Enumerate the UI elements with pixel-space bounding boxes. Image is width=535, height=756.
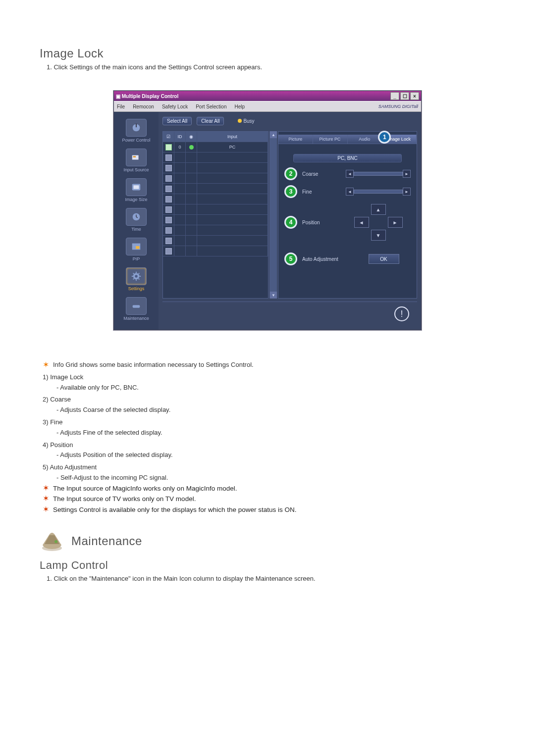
cell-id: 0 [174, 142, 186, 152]
svg-point-10 [135, 275, 138, 278]
table-row[interactable]: 0 PC [163, 142, 268, 152]
scroll-up-icon[interactable]: ▲ [270, 131, 277, 138]
close-icon[interactable]: × [410, 92, 419, 100]
menu-safety-lock[interactable]: Safety Lock [162, 104, 188, 109]
scrollbar[interactable]: ▲ ▼ [269, 131, 277, 299]
arrow-right-icon[interactable]: ► [403, 170, 411, 178]
sidebar-item-image-size[interactable]: Image Size [114, 175, 159, 205]
list-item: 2) Coarse [43, 395, 495, 405]
warning-icon: ! [394, 306, 409, 321]
position-left-icon[interactable]: ◄ [354, 217, 369, 228]
arrow-left-icon[interactable]: ◄ [346, 170, 354, 178]
maximize-icon[interactable]: ☐ [400, 92, 409, 100]
checkbox-icon[interactable] [165, 248, 172, 254]
star-icon: ✶ [43, 360, 49, 369]
menubar: File Remocon Safety Lock Port Selection … [114, 101, 421, 112]
col-input: Input [197, 132, 268, 142]
titlebar: ▣ Multiple Display Control _ ☐ × [114, 91, 421, 101]
sidebar-item-settings[interactable]: Settings [114, 264, 159, 294]
fine-label: Fine [302, 189, 341, 195]
sidebar-item-input-source[interactable]: Input Source [114, 146, 159, 175]
auto-adjustment-label: Auto Adjustment [302, 256, 352, 262]
checkbox-icon[interactable] [165, 165, 172, 171]
minimize-icon[interactable]: _ [390, 92, 399, 100]
tab-picture-pc[interactable]: Picture PC [313, 135, 348, 144]
app-title: Multiple Display Control [122, 94, 178, 99]
position-up-icon[interactable]: ▲ [371, 204, 386, 215]
select-all-button[interactable]: Select All [162, 117, 192, 125]
checkbox-icon[interactable] [165, 206, 172, 213]
sidebar-item-label: Time [114, 227, 159, 232]
coarse-label: Coarse [302, 171, 341, 177]
checkbox-icon[interactable] [165, 186, 172, 192]
sidebar-item-pip[interactable]: PIP [114, 235, 159, 264]
cell-input: PC [197, 142, 268, 152]
position-pad[interactable]: ▲ ◄ ► ▼ [346, 203, 411, 242]
callout-5-icon: 5 [284, 252, 297, 265]
svg-point-13 [54, 540, 57, 543]
checkbox-icon[interactable] [165, 144, 172, 151]
app-icon: ▣ [116, 94, 122, 99]
settings-panel: Picture Picture PC Audio 1 Image Lock PC… [278, 131, 417, 299]
list-item: 1) Image Lock [43, 372, 495, 383]
sidebar-item-label: Maintenance [114, 316, 159, 321]
checkbox-icon[interactable] [165, 175, 172, 182]
sidebar-item-power-control[interactable]: Power Control [114, 116, 159, 146]
sidebar-item-maintenance[interactable]: Maintenance [114, 294, 159, 324]
section-lamp-control-title: Lamp Control [40, 559, 495, 572]
sidebar-item-label: PIP [114, 256, 159, 261]
coarse-slider[interactable]: ◄ ► [346, 171, 411, 177]
menu-port-selection[interactable]: Port Selection [196, 104, 226, 109]
tab-audio[interactable]: Audio [348, 135, 382, 144]
note-info-grid: Info Grid shows some basic information n… [53, 360, 254, 370]
svg-rect-11 [133, 305, 140, 308]
checkbox-icon[interactable] [165, 238, 172, 244]
star-icon: ✶ [43, 504, 49, 514]
list-sub: - Adjusts Fine of the selected display. [56, 428, 495, 438]
tab-image-lock[interactable]: 1 Image Lock [382, 135, 417, 144]
position-right-icon[interactable]: ► [388, 217, 403, 228]
sub-label: PC, BNC [293, 154, 402, 162]
busy-indicator: Busy [238, 118, 254, 124]
app-window: ▣ Multiple Display Control _ ☐ × File Re… [113, 91, 422, 330]
callout-1-icon: 1 [378, 131, 391, 144]
svg-rect-8 [136, 246, 139, 249]
sidebar-item-label: Input Source [114, 167, 159, 172]
col-id: ID [174, 132, 186, 142]
list-item: 4) Position [43, 440, 495, 451]
info-grid: ☑ ID ◉ Input 0 PC [162, 131, 268, 299]
sidebar-item-time[interactable]: Time [114, 205, 159, 235]
callout-3-icon: 3 [284, 185, 297, 198]
arrow-right-icon[interactable]: ► [403, 188, 411, 196]
menu-file[interactable]: File [117, 104, 125, 109]
menu-help[interactable]: Help [234, 104, 245, 109]
svg-rect-1 [136, 124, 137, 127]
position-down-icon[interactable]: ▼ [371, 230, 386, 241]
status-dot-icon [189, 145, 194, 150]
arrow-left-icon[interactable]: ◄ [346, 188, 354, 196]
svg-rect-3 [133, 156, 136, 157]
list-item: 3) Fine [43, 417, 495, 428]
callout-4-icon: 4 [284, 216, 297, 229]
list-sub: - Available only for PC, BNC. [56, 383, 495, 393]
fine-slider[interactable]: ◄ ► [346, 189, 411, 195]
menu-remocon[interactable]: Remocon [133, 104, 154, 109]
list-item: 5) Auto Adjustment [43, 462, 495, 473]
checkbox-icon[interactable] [165, 196, 172, 202]
checkbox-icon[interactable] [165, 154, 172, 161]
clear-all-button[interactable]: Clear All [197, 117, 224, 125]
tab-picture[interactable]: Picture [278, 135, 313, 144]
checkbox-icon[interactable] [165, 217, 172, 223]
note-magicinfo: The Input source of MagicInfo works only… [53, 483, 237, 494]
sidebar-item-label: Power Control [114, 138, 159, 143]
note-tv: The Input source of TV works only on TV … [53, 494, 196, 504]
scroll-down-icon[interactable]: ▼ [270, 292, 277, 299]
sidebar: Power Control Input Source Image Size Ti… [114, 112, 159, 330]
star-icon: ✶ [43, 483, 49, 493]
sidebar-item-label: Image Size [114, 197, 159, 202]
statusbar: ! [162, 302, 417, 326]
col-check: ☑ [163, 132, 174, 142]
maintenance-icon [40, 530, 64, 552]
checkbox-icon[interactable] [165, 227, 172, 234]
ok-button[interactable]: OK [369, 254, 399, 264]
